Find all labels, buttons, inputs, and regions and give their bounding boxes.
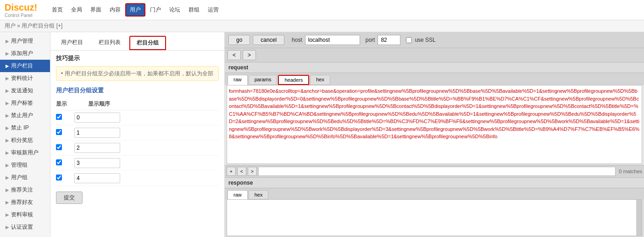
search-plus-button[interactable]: + — [227, 167, 236, 176]
search-forward-button[interactable]: > — [248, 167, 257, 176]
tab-hex[interactable]: hex — [310, 75, 330, 85]
sidebar-item-user-group[interactable]: ▶ 用户组 — [0, 171, 50, 184]
search-back-button[interactable]: < — [237, 167, 246, 176]
ssl-label: use SSL — [415, 37, 435, 43]
order-input-4[interactable] — [74, 173, 120, 183]
tab-bar: 用户栏目 栏目列表 栏目分组 — [50, 32, 224, 51]
cancel-button[interactable]: cancel — [253, 35, 284, 45]
arrow-icon: ▶ — [6, 101, 9, 106]
panels-area: request raw params headers hex formhash=… — [225, 62, 644, 237]
sidebar-item-ban-user[interactable]: ▶ 禁止用户 — [0, 109, 50, 122]
right-panel: go cancel host port use SSL < > request … — [225, 32, 644, 237]
request-tabs: raw params headers hex — [225, 73, 644, 85]
search-input[interactable] — [258, 167, 616, 176]
nav-ui[interactable]: 界面 — [87, 4, 105, 16]
tip-box: 用户栏目分组至少必须启用一项，如果都不启用，默认为全部 — [56, 66, 219, 81]
port-label: port — [366, 37, 375, 43]
checkbox-1[interactable] — [56, 129, 65, 136]
sidebar-item-ban-ip[interactable]: ▶ 禁止 IP — [0, 122, 50, 134]
breadcrumb: 用户 » 用户栏目分组 [+] — [0, 20, 644, 32]
tab-raw[interactable]: raw — [228, 75, 248, 85]
nav-home[interactable]: 首页 — [48, 4, 67, 16]
table-row — [56, 110, 219, 125]
sidebar-label: 用户管理 — [11, 37, 33, 45]
arrow-icon: ▶ — [6, 51, 9, 56]
sidebar-item-review-user[interactable]: ▶ 审核新用户 — [0, 147, 50, 159]
nav-ops[interactable]: 运营 — [204, 4, 222, 16]
host-input[interactable] — [305, 35, 360, 45]
checkbox-3[interactable] — [56, 159, 65, 167]
request-body[interactable]: formhash=78180e0e&scrolltop=&anchor=base… — [227, 85, 642, 164]
sidebar-item-stats[interactable]: ▶ 资料统计 — [0, 72, 50, 85]
sidebar-item-profile-review[interactable]: ▶ 资料审核 — [0, 209, 50, 221]
arrow-icon: ▶ — [6, 175, 9, 180]
order-input-1[interactable] — [74, 128, 120, 138]
arrow-icon: ▶ — [6, 113, 9, 118]
request-label: request — [225, 62, 644, 73]
logo-text: Discuz! — [5, 2, 37, 13]
nav-forward-button[interactable]: > — [243, 50, 256, 60]
tab-field-list[interactable]: 栏目列表 — [92, 36, 128, 50]
scrollbar[interactable] — [636, 200, 642, 236]
nav-user[interactable]: 用户 — [125, 3, 145, 17]
table-row — [56, 156, 219, 171]
tab-params[interactable]: params — [249, 75, 278, 85]
response-tabs: raw hex — [225, 188, 644, 199]
tab-field-groups[interactable]: 栏目分组 — [129, 36, 166, 50]
nav-group[interactable]: 群组 — [185, 4, 203, 16]
col-display: 显示 — [56, 100, 70, 108]
sidebar-item-tags[interactable]: ▶ 用户标签 — [0, 97, 50, 109]
sidebar-label: 禁止 IP — [11, 124, 29, 132]
sidebar-item-credits[interactable]: ▶ 积分奖惩 — [0, 134, 50, 147]
sidebar-label: 用户栏目 — [11, 62, 33, 70]
sidebar-label: 发送通知 — [11, 87, 33, 95]
sidebar-item-user-fields[interactable]: ▶ 用户栏目 — [0, 60, 50, 72]
arrow-icon: ▶ — [6, 150, 9, 155]
sidebar-item-auth[interactable]: ▶ 认证设置 — [0, 221, 50, 233]
arrow-icon: ▶ — [6, 212, 9, 217]
logo: Discuz! Control Panel — [5, 2, 37, 18]
sidebar-label: 推荐关注 — [11, 186, 33, 194]
col-order: 显示顺序 — [88, 100, 110, 108]
arrow-icon: ▶ — [6, 125, 9, 130]
port-input[interactable] — [378, 35, 400, 45]
order-input-2[interactable] — [74, 143, 120, 153]
tab-headers[interactable]: headers — [278, 75, 309, 85]
go-button[interactable]: go — [228, 35, 250, 45]
sidebar-label: 添加用户 — [11, 50, 33, 57]
main-layout: ▶ 用户管理 ▶ 添加用户 ▶ 用户栏目 ▶ 资料统计 ▶ 发送通知 ▶ 用户标… — [0, 32, 644, 237]
arrow-icon: ▶ — [6, 138, 9, 143]
sidebar-item-notify[interactable]: ▶ 发送通知 — [0, 85, 50, 97]
nav-global[interactable]: 全局 — [67, 4, 86, 16]
logo-sub: Control Panel — [5, 13, 37, 18]
nav-portal[interactable]: 门户 — [146, 4, 165, 16]
sidebar-label: 积分奖惩 — [11, 136, 33, 144]
response-body[interactable] — [227, 199, 642, 236]
tab-response-raw[interactable]: raw — [228, 190, 248, 199]
arrow-icon: ▶ — [6, 163, 9, 168]
arrow-icon: ▶ — [6, 187, 9, 192]
order-input-3[interactable] — [74, 158, 120, 168]
checkbox-4[interactable] — [56, 175, 65, 182]
sidebar-item-friends[interactable]: ▶ 推荐好友 — [0, 196, 50, 209]
nav-back-button[interactable]: < — [228, 50, 241, 60]
sidebar-item-add-user[interactable]: ▶ 添加用户 — [0, 47, 50, 60]
order-input-0[interactable] — [74, 113, 120, 123]
tab-response-hex[interactable]: hex — [249, 190, 269, 199]
nav-content[interactable]: 内容 — [106, 4, 124, 16]
tab-user-fields[interactable]: 用户栏目 — [54, 36, 90, 50]
sidebar-item-admin-group[interactable]: ▶ 管理组 — [0, 159, 50, 171]
sidebar-label: 资料统计 — [11, 74, 33, 82]
arrow-icon: ▶ — [6, 63, 9, 68]
sidebar-item-follow[interactable]: ▶ 推荐关注 — [0, 184, 50, 196]
submit-button[interactable]: 提交 — [56, 192, 83, 204]
arrow-icon: ▶ — [6, 225, 9, 230]
nav-forum[interactable]: 论坛 — [166, 4, 184, 16]
checkbox-0[interactable] — [56, 114, 65, 121]
checkbox-2[interactable] — [56, 144, 65, 152]
settings-table: 显示 显示顺序 — [50, 96, 224, 188]
arrow-icon: ▶ — [6, 39, 9, 44]
sidebar-item-user-manage[interactable]: ▶ 用户管理 — [0, 35, 50, 47]
ssl-checkbox[interactable] — [406, 37, 412, 43]
center-content: 用户栏目 栏目列表 栏目分组 技巧提示 用户栏目分组至少必须启用一项，如果都不启… — [50, 32, 225, 237]
